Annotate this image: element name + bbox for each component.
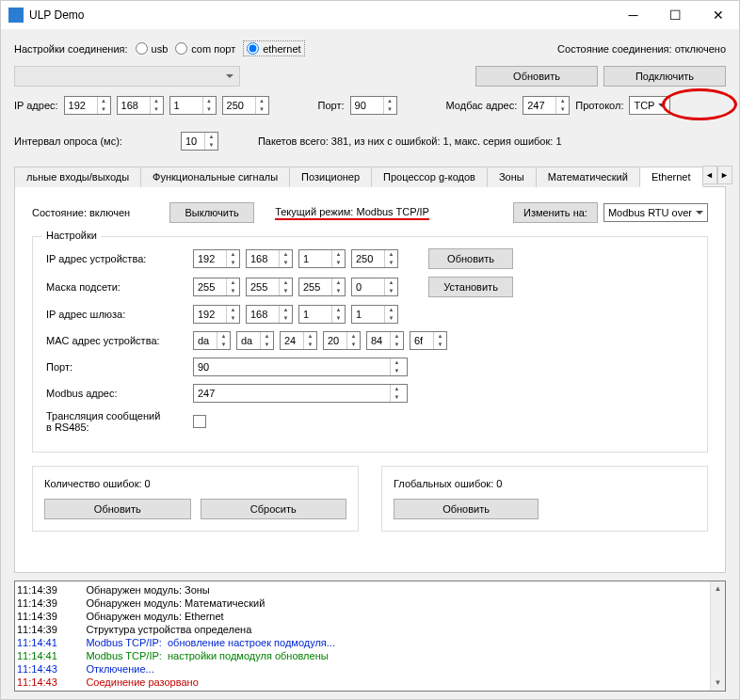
eth-set-button[interactable]: Установить — [428, 277, 513, 297]
annotation-circle-protocol — [662, 88, 737, 120]
conn-settings-label: Настройки соединения: — [14, 43, 128, 55]
conn-status: Состояние соединения: отключено — [557, 43, 726, 55]
eth-mac-2[interactable]: ▲▼ — [236, 331, 274, 350]
log-box[interactable]: 11:14:39 Обнаружен модуль: Зоны11:14:39 … — [14, 581, 726, 692]
scroll-down-icon[interactable]: ▼ — [711, 676, 725, 691]
eth-off-button[interactable]: Выключить — [169, 202, 254, 223]
radio-usb[interactable]: usb — [136, 42, 169, 55]
eth-mask-3[interactable]: ▲▼ — [298, 278, 346, 296]
eth-gw-1[interactable]: ▲▼ — [193, 305, 240, 324]
eth-refresh-button[interactable]: Обновить — [428, 248, 513, 269]
interval-input[interactable]: ▲▼ — [181, 132, 218, 151]
log-line: 11:14:43 Отключение... — [17, 662, 723, 676]
radio-com[interactable]: com порт — [175, 42, 235, 55]
protocol-select[interactable]: TCP — [629, 96, 670, 115]
eth-mask-2[interactable]: ▲▼ — [246, 278, 293, 296]
app-icon — [8, 8, 24, 23]
eth-mac-4[interactable]: ▲▼ — [323, 331, 361, 350]
modbus-addr-label: Модбас адрес: — [446, 100, 518, 111]
eth-rs485-checkbox[interactable] — [193, 415, 206, 428]
eth-port-label: Порт: — [46, 361, 187, 373]
eth-rs485-label: Трансляция сообщений в RS485: — [46, 410, 187, 433]
eth-change-mode-select[interactable]: Modbus RTU over — [603, 203, 708, 222]
titlebar: ULP Demo ─ ☐ ✕ — [1, 1, 739, 29]
modbus-addr-input[interactable]: ▲▼ — [523, 96, 570, 115]
eth-ipdev-1[interactable]: ▲▼ — [193, 249, 240, 268]
local-errors-count: Количество ошибок: 0 — [44, 478, 346, 489]
protocol-label: Протокол: — [575, 100, 623, 111]
eth-mask-4[interactable]: ▲▼ — [351, 278, 398, 296]
eth-modbus-label: Modbus адрес: — [46, 388, 187, 399]
eth-settings-fieldset: Настройки IP адрес устройства: ▲▼ ▲▼ ▲▼ … — [32, 236, 708, 453]
eth-modbus-input[interactable]: ▲▼ — [193, 384, 408, 403]
global-errors-refresh[interactable]: Обновить — [394, 499, 539, 519]
eth-change-to-button[interactable]: Изменить на: — [513, 202, 598, 223]
log-line: 11:14:39 Структура устройства определена — [17, 623, 723, 636]
scroll-up-icon[interactable]: ▲ — [711, 581, 725, 597]
tab-scroll-right[interactable]: ► — [717, 166, 732, 184]
log-line: 11:14:43 Соединение разорвано — [17, 676, 723, 689]
refresh-button[interactable]: Обновить — [475, 66, 598, 87]
eth-mac-label: MAC адрес устройства: — [46, 335, 187, 346]
tab-ethernet[interactable]: Ethernet — [639, 167, 703, 187]
port-input[interactable]: ▲▼ — [350, 96, 397, 115]
eth-mac-5[interactable]: ▲▼ — [366, 331, 404, 350]
ethernet-panel: Состояние: включен Выключить Текущий реж… — [14, 187, 726, 573]
eth-mode-text: Текущий режим: Modbus TCP/IP — [275, 206, 429, 220]
eth-ipdev-4[interactable]: ▲▼ — [351, 249, 398, 268]
log-line: 11:14:41 Modbus TCP/IP: обновление настр… — [17, 636, 723, 649]
local-errors-reset[interactable]: Сбросить — [201, 499, 347, 519]
ip-octet-1[interactable]: ▲▼ — [64, 96, 111, 115]
eth-gw-2[interactable]: ▲▼ — [246, 305, 293, 324]
minimize-button[interactable]: ─ — [612, 1, 654, 29]
eth-gw-4[interactable]: ▲▼ — [351, 305, 398, 324]
tab-io[interactable]: льные входы/выходы — [14, 167, 141, 187]
log-line: 11:14:39 Обнаружен модуль: Зоны — [17, 583, 723, 597]
packets-info: Пакетов всего: 381, из них с ошибкой: 1,… — [258, 135, 562, 147]
log-line: 11:14:41 Modbus TCP/IP: настройки подмод… — [17, 649, 723, 662]
eth-gw-3[interactable]: ▲▼ — [298, 305, 346, 324]
log-line: 11:14:39 Обнаружен модуль: Математически… — [17, 597, 723, 610]
tab-positioner[interactable]: Позиционер — [289, 167, 372, 187]
tab-zones[interactable]: Зоны — [487, 167, 537, 187]
eth-ipdev-2[interactable]: ▲▼ — [246, 249, 293, 268]
interval-label: Интервал опроса (мс): — [14, 135, 122, 147]
eth-state: Состояние: включен — [32, 207, 130, 218]
eth-ipdev-label: IP адрес устройства: — [46, 253, 187, 264]
connect-button[interactable]: Подключить — [603, 66, 726, 87]
eth-ipdev-3[interactable]: ▲▼ — [298, 249, 346, 268]
tab-scroll-left[interactable]: ◄ — [702, 166, 717, 184]
local-errors-refresh[interactable]: Обновить — [44, 499, 191, 519]
close-button[interactable]: ✕ — [697, 1, 739, 29]
tab-math[interactable]: Математический — [536, 167, 640, 187]
log-scrollbar[interactable]: ▲ ▼ — [710, 581, 725, 691]
tab-func-signals[interactable]: Функциональные сигналы — [140, 167, 290, 187]
global-errors-box: Глобальных ошибок: 0 Обновить — [381, 466, 708, 532]
eth-mac-1[interactable]: ▲▼ — [193, 331, 231, 350]
maximize-button[interactable]: ☐ — [654, 1, 697, 29]
eth-settings-title: Настройки — [42, 230, 101, 241]
eth-mac-3[interactable]: ▲▼ — [280, 331, 317, 350]
eth-mask-1[interactable]: ▲▼ — [193, 278, 240, 296]
local-errors-box: Количество ошибок: 0 Обновить Сбросить — [32, 466, 359, 532]
eth-gw-label: IP адрес шлюза: — [46, 309, 187, 320]
device-dropdown[interactable] — [14, 66, 240, 87]
eth-port-input[interactable]: ▲▼ — [193, 358, 408, 376]
global-errors-count: Глобальных ошибок: 0 — [394, 478, 696, 489]
radio-ethernet[interactable]: ethernet — [243, 40, 304, 56]
window-title: ULP Demo — [29, 8, 612, 22]
ip-octet-2[interactable]: ▲▼ — [117, 96, 164, 115]
eth-mask-label: Маска подсети: — [46, 281, 187, 293]
log-line: 11:14:39 Обнаружен модуль: Ethernet — [17, 610, 723, 623]
ip-octet-4[interactable]: ▲▼ — [222, 96, 269, 115]
port-label: Порт: — [318, 100, 345, 111]
eth-mac-6[interactable]: ▲▼ — [410, 331, 447, 350]
tabstrip: льные входы/выходы Функциональные сигнал… — [14, 166, 726, 187]
ip-octet-3[interactable]: ▲▼ — [169, 96, 217, 115]
tab-gcode[interactable]: Процессор g-кодов — [371, 167, 488, 187]
ip-label: IP адрес: — [14, 100, 58, 111]
